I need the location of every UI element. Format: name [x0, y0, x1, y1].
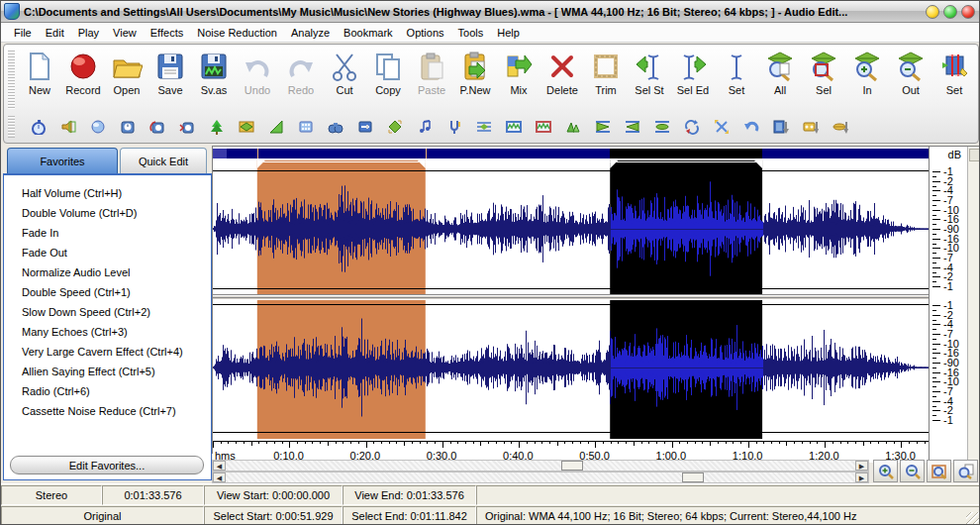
toolbar-button-mix[interactable]: Mix	[497, 47, 540, 110]
favorites-item[interactable]: Allien Saying Effect (Ctrl+5)	[4, 362, 211, 381]
toolbar-grip[interactable]	[8, 116, 15, 138]
title-bar[interactable]: C:\Documents and Settings\All Users\Docu…	[1, 1, 980, 23]
undo-curl-icon[interactable]	[742, 119, 759, 136]
speaker-icon[interactable]	[59, 119, 76, 136]
toolbar-button-record[interactable]: Record	[61, 47, 105, 110]
cross-arrows-icon[interactable]	[713, 119, 730, 136]
toolbar-button-p-new[interactable]: P.New	[453, 47, 497, 110]
resize-grip[interactable]	[966, 512, 979, 525]
status-cell: Select Start: 0:00:51.929	[204, 506, 343, 525]
music-notes-icon[interactable]	[416, 119, 433, 136]
close-button-icon[interactable]	[961, 5, 975, 19]
scroll-right-icon[interactable]: ▶	[855, 461, 868, 471]
scroll-left-icon[interactable]: ◀	[213, 461, 226, 471]
waveform-canvas[interactable]	[213, 158, 929, 450]
favorites-item[interactable]: Normalize Audio Level	[4, 262, 211, 282]
toolbar-button-copy[interactable]: Copy	[366, 47, 410, 110]
orb-icon[interactable]	[89, 119, 106, 136]
toolbar-button-sel[interactable]: Sel	[802, 47, 845, 110]
toolbar-button-sv-as[interactable]: Sv.as	[192, 47, 236, 110]
favorites-item[interactable]: Fade Out	[4, 243, 211, 262]
clock-shift-icon[interactable]	[178, 119, 195, 136]
toolbar-button-sel-ed[interactable]: Sel Ed	[671, 47, 715, 110]
menu-noise-reduction[interactable]: Noise Reduction	[190, 25, 284, 41]
favorites-item[interactable]: Very Large Cavern Effect (Ctrl+4)	[4, 342, 211, 362]
cassette-download-icon[interactable]	[802, 119, 819, 136]
toolbar-button-set[interactable]: Set	[715, 47, 758, 110]
panel-download-icon[interactable]	[772, 119, 789, 136]
menu-file[interactable]: File	[7, 25, 39, 41]
wave-lines-icon[interactable]	[475, 119, 492, 136]
zoom-selection-icon[interactable]	[927, 460, 951, 482]
clock-loop-icon[interactable]	[148, 119, 165, 136]
menu-help[interactable]: Help	[490, 25, 527, 41]
fade-lens-icon[interactable]	[653, 119, 670, 136]
menu-play[interactable]: Play	[71, 25, 106, 41]
horizontal-scrollbar-2[interactable]: ◀ ▶	[212, 472, 869, 483]
toolbar-button-out[interactable]: Out	[889, 47, 932, 110]
favorites-item[interactable]: Half Volume (Ctrl+H)	[4, 183, 211, 203]
favorites-item[interactable]: Radio (Ctrl+6)	[4, 381, 211, 401]
diamond-arrows-icon[interactable]	[386, 119, 403, 136]
horizontal-scrollbar-1[interactable]: ◀ ▶	[212, 460, 869, 472]
tab-quick-edit[interactable]: Quick Edit	[120, 148, 207, 173]
minimize-button-icon[interactable]	[926, 5, 939, 19]
group-icon[interactable]	[297, 119, 314, 136]
favorites-item[interactable]: Many Echoes (Ctrl+3)	[4, 322, 211, 342]
tab-favorites[interactable]: Favorites	[7, 148, 118, 173]
wave-box-icon[interactable]	[505, 119, 522, 136]
scroll-right-icon[interactable]: ▶	[855, 472, 868, 482]
toolbar-button-new[interactable]: New	[18, 47, 61, 110]
menu-tools[interactable]: Tools	[451, 25, 491, 41]
toolbar-button-open[interactable]: Open	[105, 47, 148, 110]
favorites-item[interactable]: Double Speed (Ctrl+1)	[4, 282, 211, 302]
toolbar-button-cut[interactable]: Cut	[323, 47, 366, 110]
maximize-button-icon[interactable]	[943, 5, 957, 19]
toolbar-button-sel-st[interactable]: Sel St	[628, 47, 671, 110]
tuning-fork-icon[interactable]	[445, 119, 462, 136]
peaks-icon[interactable]	[564, 119, 581, 136]
toolbar-button-trim[interactable]: Trim	[584, 47, 628, 110]
lips-download-icon[interactable]	[832, 119, 848, 136]
db-tick-minor	[932, 224, 936, 225]
panel-slider-icon[interactable]	[356, 119, 373, 136]
scrollbar-thumb[interactable]	[682, 472, 704, 482]
toolbar-button-all[interactable]: All	[758, 47, 802, 110]
rotate-arrows-icon[interactable]	[683, 119, 700, 136]
zoom-in-icon[interactable]	[873, 460, 898, 482]
edit-favorites-button[interactable]: Edit Favorites...	[10, 456, 204, 474]
menu-analyze[interactable]: Analyze	[284, 25, 337, 41]
fade-in-icon[interactable]	[594, 119, 611, 136]
vertical-scrollbar-thumb[interactable]	[969, 149, 980, 161]
clock-button-icon[interactable]	[119, 119, 136, 136]
toolbar-frame: NewRecordOpenSaveSv.asUndoRedoCutCopyPas…	[3, 44, 979, 144]
menu-edit[interactable]: Edit	[39, 25, 71, 41]
menu-effects[interactable]: Effects	[144, 25, 190, 41]
ramp-icon[interactable]	[267, 119, 284, 136]
menu-view[interactable]: View	[106, 25, 144, 41]
fade-out-icon[interactable]	[624, 119, 640, 136]
menu-bookmark[interactable]: Bookmark	[337, 25, 400, 41]
scrollbar-thumb[interactable]	[561, 461, 583, 471]
wave-box-red-icon[interactable]	[535, 119, 551, 136]
stopwatch-icon[interactable]	[30, 119, 47, 136]
toolbar-button-in[interactable]: In	[845, 47, 889, 110]
toolbar-button-delete[interactable]: Delete	[540, 47, 584, 110]
wave-panel-gold-icon[interactable]	[238, 119, 254, 136]
favorites-item[interactable]: Slow Down Speed (Ctrl+2)	[4, 302, 211, 322]
binoculars-icon[interactable]	[327, 119, 343, 136]
tree-icon[interactable]	[208, 119, 225, 136]
vertical-scrollbar[interactable]	[967, 147, 980, 463]
favorites-item[interactable]: Double Volume (Ctrl+D)	[4, 203, 211, 223]
zoom-all-icon[interactable]	[953, 460, 978, 482]
toolbar-grip[interactable]	[8, 51, 15, 110]
favorites-item[interactable]: Cassette Noise Reduce (Ctrl+7)	[4, 401, 211, 421]
favorites-item[interactable]: Fade In	[4, 223, 211, 243]
menu-options[interactable]: Options	[400, 25, 451, 41]
scroll-left-icon[interactable]: ◀	[213, 472, 226, 482]
overview-bar[interactable]	[213, 149, 929, 158]
toolbar-button-set[interactable]: Set	[932, 47, 976, 110]
status-cell: Select End: 0:01:11.842	[343, 506, 476, 525]
zoom-out-icon[interactable]	[900, 460, 925, 482]
toolbar-button-save[interactable]: Save	[148, 47, 192, 110]
